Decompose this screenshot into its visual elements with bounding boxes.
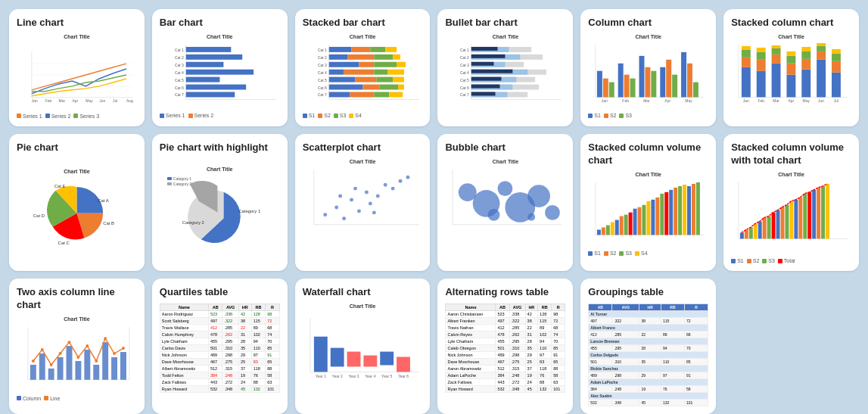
svg-rect-99 — [603, 79, 608, 98]
svg-point-260 — [86, 344, 89, 347]
svg-rect-139 — [801, 47, 810, 51]
svg-rect-231 — [790, 201, 794, 239]
svg-rect-104 — [639, 56, 645, 98]
svg-rect-124 — [757, 71, 766, 98]
svg-rect-111 — [687, 64, 692, 98]
card-stacked-col-volume-total[interactable]: Stacked column volume with total chart C… — [723, 134, 859, 271]
svg-rect-143 — [817, 43, 826, 46]
svg-point-174 — [369, 201, 372, 205]
svg-rect-236 — [812, 190, 816, 239]
svg-text:Cat C: Cat C — [58, 241, 70, 245]
svg-rect-40 — [359, 62, 374, 67]
svg-rect-107 — [661, 67, 666, 98]
svg-point-262 — [104, 337, 107, 340]
card-title-alternating-rows-table: Alternating rows table — [445, 286, 565, 299]
chart-grid: Line chart Chart Title Jan Feb — [9, 9, 859, 414]
svg-rect-35 — [328, 54, 347, 60]
svg-text:Cat A: Cat A — [98, 198, 109, 203]
svg-rect-53 — [379, 84, 398, 89]
card-pie-highlight-chart[interactable]: Pie chart with highlight Chart Title Cat… — [152, 134, 288, 271]
pie-highlight-chart-area: Chart Title Category 1 Category 2 Catego… — [160, 159, 280, 263]
svg-rect-221 — [745, 229, 748, 238]
card-two-axis-chart[interactable]: Two axis column line chart Chart Title — [9, 279, 145, 414]
svg-point-177 — [390, 187, 394, 191]
column-chart-svg: Jan Feb Mar Apr May — [588, 41, 708, 108]
scatterplot-chart-area: Chart Title — [303, 159, 423, 263]
svg-point-173 — [365, 190, 369, 194]
bullet-bar-chart-area: Chart Title — [445, 34, 565, 119]
card-scatterplot-chart[interactable]: Scatterplot chart Chart Title — [295, 134, 431, 271]
pie-chart-area: Chart Title Cat A Cat B Cat C — [17, 159, 137, 263]
svg-rect-108 — [667, 60, 672, 98]
stacked-col-volume-total-area: Chart Title — [731, 172, 851, 263]
svg-rect-144 — [832, 73, 841, 98]
svg-rect-210 — [665, 192, 669, 235]
svg-rect-133 — [787, 64, 796, 75]
card-column-chart[interactable]: Column chart Chart Title — [580, 9, 716, 126]
svg-rect-237 — [817, 188, 820, 239]
card-stacked-bar-chart[interactable]: Stacked bar chart Chart Title — [295, 9, 431, 126]
svg-text:Apr: Apr — [665, 99, 671, 103]
svg-point-263 — [113, 352, 116, 355]
svg-point-181 — [353, 187, 357, 191]
svg-rect-234 — [803, 194, 807, 239]
card-quartiles-table[interactable]: Quartiles table NameABAVGHRRBR Aaron Rod… — [152, 279, 288, 414]
svg-rect-224 — [758, 221, 762, 238]
bar-chart-svg: Cat 1 Cat 2 Cat 3 Cat 4 Cat 5 Cat 6 Cat … — [160, 41, 280, 108]
bar-chart-area: Chart Title Cat 1 Cat 2 Cat 3 Cat 4 Cat … — [160, 34, 280, 119]
svg-rect-199 — [615, 219, 619, 235]
svg-rect-238 — [821, 186, 825, 238]
svg-rect-243 — [30, 365, 36, 380]
svg-text:Category 2: Category 2 — [182, 221, 204, 226]
card-bullet-bar-chart[interactable]: Bullet bar chart Chart Title — [437, 9, 573, 126]
svg-rect-208 — [656, 198, 660, 235]
svg-rect-44 — [344, 70, 374, 75]
svg-text:Jul: Jul — [113, 99, 117, 103]
card-groupings-table[interactable]: Groupings table ABAVGHRRBR Al Turner 497… — [580, 279, 716, 414]
card-title-groupings-table: Groupings table — [588, 286, 708, 299]
card-waterfall-chart[interactable]: Waterfall chart Chart Title Ye — [295, 279, 431, 414]
card-pie-chart[interactable]: Pie chart Chart Title Cat A — [9, 134, 145, 271]
card-title-scatterplot-chart: Scatterplot chart — [303, 142, 423, 154]
card-bubble-chart[interactable]: Bubble chart Chart Title — [437, 134, 573, 271]
stacked-column-svg: Jan Feb Mar Apr May Jun Jul — [731, 41, 851, 108]
svg-rect-18 — [186, 70, 254, 75]
svg-rect-267 — [314, 337, 328, 372]
svg-rect-227 — [772, 212, 776, 238]
svg-rect-137 — [801, 59, 810, 70]
card-stacked-col-volume[interactable]: Stacked column volume chart Chart Title — [580, 134, 716, 271]
svg-text:Cat 5: Cat 5 — [460, 78, 469, 82]
svg-rect-204 — [638, 207, 642, 235]
svg-text:Cat E: Cat E — [54, 184, 66, 188]
svg-point-179 — [406, 176, 409, 179]
svg-rect-248 — [75, 361, 81, 380]
svg-rect-207 — [652, 200, 655, 235]
card-title-bubble-chart: Bubble chart — [445, 142, 565, 154]
card-alternating-rows-table[interactable]: Alternating rows table NameABAVGHRRBR Aa… — [437, 279, 573, 414]
svg-rect-15 — [186, 47, 232, 52]
svg-text:Cat 5: Cat 5 — [175, 78, 184, 82]
svg-rect-225 — [763, 217, 767, 238]
svg-text:Cat 3: Cat 3 — [318, 64, 327, 67]
card-stacked-column-chart[interactable]: Stacked column chart Chart Title — [723, 9, 859, 126]
svg-text:Cat 3: Cat 3 — [175, 64, 184, 67]
groupings-table-area: ABAVGHRRBR Al Turner 497.3223811572 Albe… — [588, 303, 708, 406]
svg-rect-206 — [647, 201, 651, 235]
svg-rect-126 — [757, 52, 766, 60]
card-bar-chart[interactable]: Bar chart Chart Title Cat 1 Cat 2 Cat 3 … — [152, 9, 288, 126]
svg-text:Cat B: Cat B — [103, 220, 114, 225]
svg-rect-122 — [742, 50, 751, 58]
svg-rect-112 — [693, 82, 698, 97]
svg-text:Cat 4: Cat 4 — [318, 71, 327, 75]
svg-rect-271 — [380, 352, 394, 366]
card-title-line-chart: Line chart — [17, 17, 137, 30]
svg-text:Mar: Mar — [643, 99, 650, 103]
pie-chart-svg: Cat A Cat B Cat C Cat D Cat E — [17, 176, 137, 251]
svg-point-257 — [59, 352, 62, 355]
svg-text:Cat 2: Cat 2 — [318, 56, 327, 60]
svg-rect-246 — [58, 357, 64, 380]
svg-point-182 — [372, 210, 375, 214]
svg-rect-54 — [398, 84, 404, 89]
card-line-chart[interactable]: Line chart Chart Title Jan Feb — [9, 9, 145, 126]
stacked-bar-chart-area: Chart Title — [303, 34, 423, 119]
